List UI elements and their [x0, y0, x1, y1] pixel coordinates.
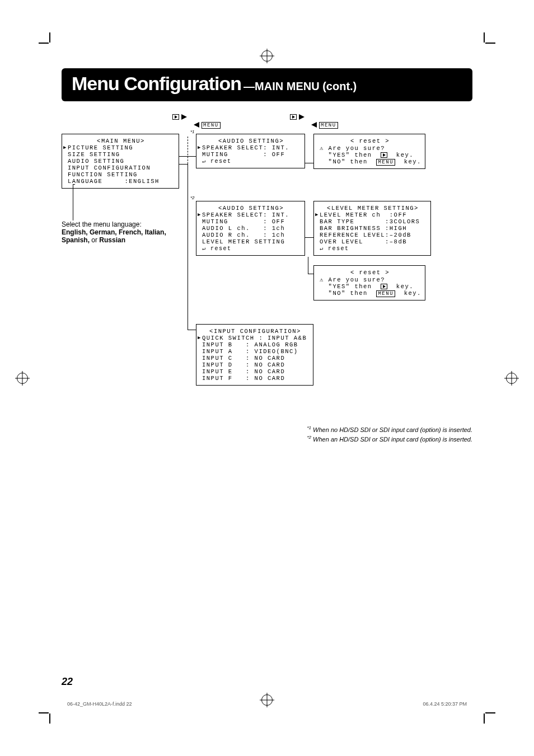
menu-item: AUDIO SETTING [68, 158, 174, 165]
caption-text: Select the menu language: [62, 220, 142, 228]
audio-setting-panel-2: <AUDIO SETTING> SPEAKER SELECT: INT. MUT… [196, 201, 305, 256]
menu-item: REFERENCE LEVEL:–20dB [320, 232, 426, 238]
footer-file: 06-42_GM-H40L2A-f.indd 22 [67, 701, 132, 707]
level-meter-panel: <LEVEL METER SETTING> LEVEL METER ch :OF… [313, 201, 431, 256]
reset-dialog: < reset > ⚠ Are you sure? "YES" then key… [313, 265, 425, 300]
menu-item: SPEAKER SELECT: INT. [202, 144, 300, 151]
menu-item: INPUT B : ANALOG RGB [202, 341, 308, 348]
arrow-right-icon [181, 114, 187, 120]
menu-label: MENU [376, 290, 395, 297]
menu-item: OVER LEVEL :–8dB [320, 238, 426, 245]
language-caption: Select the menu language: English, Germa… [62, 220, 185, 244]
panel-header: < reset > [320, 269, 420, 276]
caption-text: or [90, 236, 99, 244]
play-icon [381, 284, 387, 289]
reset-dialog: < reset > ⚠ Are you sure? "YES" then key… [313, 134, 425, 169]
menu-item: SIZE SETTING [68, 151, 174, 158]
menu-label: MENU [319, 122, 338, 129]
footer-timestamp: 06.4.24 5:20:37 PM [423, 701, 467, 707]
menu-item: INPUT F : NO CARD [202, 375, 308, 382]
page-title-bar: Menu Configuration—MAIN MENU (cont.) [62, 68, 472, 101]
panel-header: <INPUT CONFIGURATION> [202, 328, 308, 335]
play-icon [172, 114, 179, 120]
caption-bold: Russian [99, 236, 125, 244]
menu-item: SPEAKER SELECT: INT. [202, 212, 300, 218]
reset-warn: ⚠ Are you sure? [320, 144, 420, 152]
menu-item: FUNCTION SETTING [68, 171, 174, 178]
footnote-ref-1: *1 [190, 129, 195, 134]
arrow-left-icon [311, 122, 317, 128]
menu-item: BAR BRIGHTNESS :HIGH [320, 225, 426, 232]
menu-item: MUTING : OFF [202, 218, 300, 225]
play-icon [381, 152, 387, 158]
menu-item: INPUT C : NO CARD [202, 355, 308, 361]
menu-item: LANGUAGE :ENGLISH [68, 178, 174, 185]
menu-item: AUDIO R ch. : 1ch [202, 232, 300, 238]
reset-yes: "YES" then key. [320, 152, 420, 158]
menu-diagram: MENU MENU *1 <MAIN MENU> PICTURE SETTING… [62, 111, 472, 469]
footnote-text: When no HD/SD SDI or SDI input card (opt… [313, 426, 472, 433]
footnotes: *1 When no HD/SD SDI or SDI input card (… [307, 425, 472, 444]
arrow-left-icon [194, 122, 199, 128]
panel-header: < reset > [320, 138, 420, 144]
registration-mark-icon [261, 694, 273, 706]
panel-header: <AUDIO SETTING> [202, 138, 300, 144]
input-configuration-panel: <INPUT CONFIGURATION> QUICK SWITCH : INP… [196, 324, 313, 386]
registration-mark-icon [17, 373, 28, 384]
footnote-ref-2: *2 [190, 195, 195, 200]
menu-item: BAR TYPE :3COLORS [320, 218, 426, 225]
menu-item: INPUT CONFIGURATION [68, 165, 174, 171]
panel-header: <AUDIO SETTING> [202, 205, 300, 212]
footnote-marker: *2 [307, 435, 311, 440]
main-menu-panel: <MAIN MENU> PICTURE SETTING SIZE SETTING… [62, 134, 179, 189]
menu-item: MUTING : OFF [202, 151, 300, 158]
reset-no: "NO" then MENU key. [320, 290, 420, 297]
reset-no: "NO" then MENU key. [320, 158, 420, 165]
menu-item: PICTURE SETTING [68, 144, 174, 151]
panel-header: <LEVEL METER SETTING> [320, 205, 426, 212]
menu-item: LEVEL METER ch :OFF [320, 212, 426, 218]
play-icon [290, 114, 297, 120]
panel-header: <MAIN MENU> [68, 138, 174, 144]
reset-label: ↵ reset [202, 158, 300, 165]
menu-item: QUICK SWITCH : INPUT A&B [202, 335, 308, 341]
page-title: Menu Configuration [72, 73, 241, 94]
reset-warn: ⚠ Are you sure? [320, 276, 420, 283]
menu-item: AUDIO L ch. : 1ch [202, 225, 300, 232]
reset-yes: "YES" then key. [320, 283, 420, 290]
menu-label: MENU [202, 122, 221, 129]
menu-item: INPUT A : VIDEO(BNC) [202, 348, 308, 355]
page-subtitle: —MAIN MENU (cont.) [243, 80, 357, 92]
menu-item: LEVEL METER SETTING [202, 238, 300, 245]
menu-item: INPUT D : NO CARD [202, 361, 308, 368]
registration-mark-icon [506, 373, 517, 384]
reset-label: ↵ reset [202, 245, 300, 252]
arrow-right-icon [299, 114, 305, 120]
footnote-marker: *1 [307, 425, 311, 430]
page-number: 22 [62, 676, 73, 688]
menu-label: MENU [376, 159, 395, 166]
footnote-text: When an HD/SD SDI or SDI input card (opt… [313, 436, 472, 443]
audio-setting-panel-1: <AUDIO SETTING> SPEAKER SELECT: INT. MUT… [196, 134, 305, 168]
menu-item: INPUT E : NO CARD [202, 368, 308, 375]
registration-mark-icon [261, 50, 273, 62]
reset-label: ↵ reset [320, 245, 426, 252]
